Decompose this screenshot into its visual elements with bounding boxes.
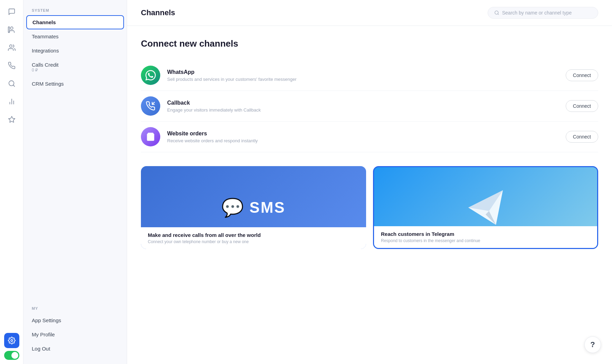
sms-card[interactable]: 💬 SMS Make and receive calls from all ov… — [141, 166, 366, 249]
channel-name-website-orders: Website orders — [167, 131, 566, 137]
svg-point-9 — [11, 339, 13, 342]
channel-list: WhatsApp Sell products and services in y… — [141, 60, 598, 152]
sidebar-item-teammates[interactable]: Teammates — [23, 29, 127, 44]
sidebar-item-channels[interactable]: Channels — [26, 15, 124, 29]
icon-bar — [0, 0, 23, 364]
analytics-nav-icon[interactable] — [4, 94, 19, 109]
contacts-nav-icon[interactable] — [4, 22, 19, 37]
svg-rect-1 — [8, 27, 9, 33]
channel-name-whatsapp: WhatsApp — [167, 69, 566, 75]
channel-desc-website-orders: Receive website orders and respond insta… — [167, 138, 566, 143]
help-button[interactable]: ? — [584, 336, 601, 353]
channel-cards: 💬 SMS Make and receive calls from all ov… — [141, 166, 598, 249]
svg-line-11 — [498, 14, 499, 15]
sidebar-item-calls-credit[interactable]: Calls Credit 0 ₽ — [23, 58, 127, 77]
channel-desc-whatsapp: Sell products and services in your custo… — [167, 77, 566, 82]
system-section-label: SYSTEM — [23, 8, 127, 12]
connect-button-whatsapp[interactable]: Connect — [566, 69, 598, 81]
telegram-card[interactable]: Reach customers in Telegram Respond to c… — [373, 166, 598, 249]
channel-info-whatsapp: WhatsApp Sell products and services in y… — [167, 69, 566, 82]
search-input[interactable] — [502, 10, 592, 16]
channel-name-callback: Callback — [167, 100, 566, 106]
website-orders-icon — [141, 127, 160, 146]
channel-item-callback: Callback Engage your visitors immediatel… — [141, 91, 598, 122]
connect-button-website-orders[interactable]: Connect — [566, 131, 598, 143]
svg-point-10 — [495, 11, 498, 14]
channel-info-callback: Callback Engage your visitors immediatel… — [167, 100, 566, 113]
search-icon — [494, 10, 499, 16]
telegram-card-title: Reach customers in Telegram — [381, 231, 590, 237]
section-title: Connect new channels — [141, 38, 598, 49]
sms-card-title: Make and receive calls from all over the… — [148, 232, 359, 238]
team-nav-icon[interactable] — [4, 40, 19, 55]
svg-point-0 — [10, 27, 13, 29]
sms-bubble-icon: 💬 — [221, 197, 244, 218]
sms-label: SMS — [249, 199, 285, 216]
telegram-card-desc: Respond to customers in the messenger an… — [381, 238, 590, 243]
svg-marker-8 — [8, 116, 15, 122]
whatsapp-icon — [141, 66, 160, 85]
channel-desc-callback: Engage your visitors immediately with Ca… — [167, 107, 566, 113]
page-title: Channels — [141, 8, 175, 17]
sms-card-footer: Make and receive calls from all over the… — [141, 227, 366, 249]
channel-info-website-orders: Website orders Receive website orders an… — [167, 131, 566, 143]
main-content: Channels Connect new channels WhatsApp S… — [127, 0, 612, 364]
my-section-label: MY — [23, 306, 127, 310]
sidebar-item-integrations[interactable]: Integrations — [23, 44, 127, 58]
sms-card-content: 💬 SMS — [221, 197, 285, 218]
crown-nav-icon[interactable] — [4, 112, 19, 127]
status-toggle[interactable] — [4, 351, 19, 360]
telegram-card-footer: Reach customers in Telegram Respond to c… — [374, 226, 597, 248]
sidebar-item-app-settings[interactable]: App Settings — [23, 313, 127, 327]
sidebar-item-my-profile[interactable]: My Profile — [23, 327, 127, 342]
page-header: Channels — [127, 0, 612, 26]
sidebar-item-crm-settings[interactable]: CRM Settings — [23, 77, 127, 91]
channel-item-website-orders: Website orders Receive website orders an… — [141, 122, 598, 152]
channel-item-whatsapp: WhatsApp Sell products and services in y… — [141, 60, 598, 91]
sidebar-item-log-out[interactable]: Log Out — [23, 342, 127, 356]
chat-nav-icon[interactable] — [4, 4, 19, 19]
sms-card-desc: Connect your own telephone number or buy… — [148, 239, 359, 244]
my-section: MY App Settings My Profile Log Out — [23, 306, 127, 356]
svg-line-4 — [13, 85, 15, 86]
phone-nav-icon[interactable] — [4, 58, 19, 73]
sidebar: SYSTEM Channels Teammates Integrations C… — [23, 0, 127, 364]
settings-nav-icon[interactable] — [4, 333, 19, 348]
content-area: Connect new channels WhatsApp Sell produ… — [127, 26, 612, 364]
connect-button-callback[interactable]: Connect — [566, 100, 598, 112]
callback-icon — [141, 96, 160, 116]
telegram-plane-icon — [465, 187, 506, 228]
svg-point-2 — [9, 45, 12, 47]
search-nav-icon[interactable] — [4, 76, 19, 91]
search-box[interactable] — [488, 7, 598, 19]
telegram-card-content — [465, 187, 506, 228]
